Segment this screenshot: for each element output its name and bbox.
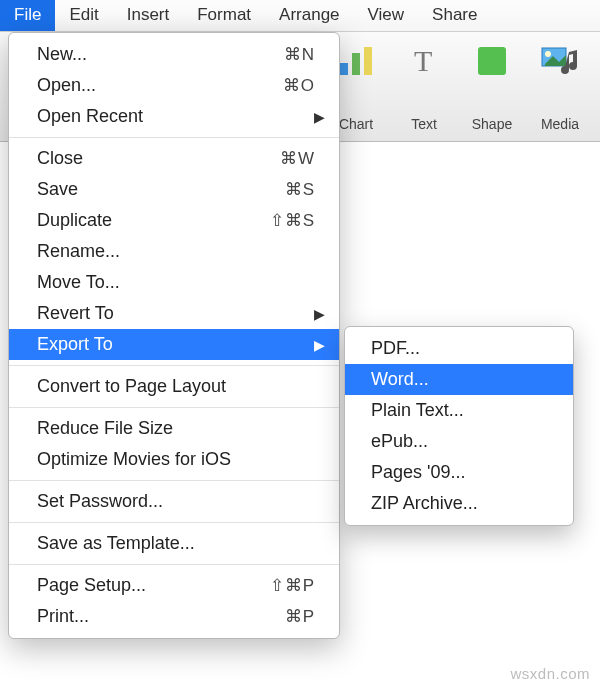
submenu-item-word[interactable]: Word... <box>345 364 573 395</box>
menu-item-save-template[interactable]: Save as Template... <box>9 528 339 559</box>
media-icon <box>539 40 581 82</box>
submenu-item-zip[interactable]: ZIP Archive... <box>345 488 573 519</box>
chevron-right-icon: ▶ <box>314 337 325 353</box>
chevron-right-icon: ▶ <box>314 109 325 125</box>
svg-rect-6 <box>364 47 372 75</box>
menu-item-save[interactable]: Save⌘S <box>9 174 339 205</box>
menu-item-revert-to[interactable]: Revert To▶ <box>9 298 339 329</box>
menu-item-label: Open... <box>37 75 283 96</box>
menu-share[interactable]: Share <box>418 0 491 31</box>
menu-item-page-setup[interactable]: Page Setup...⇧⌘P <box>9 570 339 601</box>
toolbar-shape[interactable]: Shape <box>462 40 522 141</box>
shape-icon <box>471 40 513 82</box>
shortcut: ⌘O <box>283 75 315 96</box>
menu-separator <box>9 564 339 565</box>
menu-item-convert-layout[interactable]: Convert to Page Layout <box>9 371 339 402</box>
menu-item-move-to[interactable]: Move To... <box>9 267 339 298</box>
menu-item-optimize-movies[interactable]: Optimize Movies for iOS <box>9 444 339 475</box>
menu-file[interactable]: File <box>0 0 55 31</box>
menu-item-label: Save <box>37 179 285 200</box>
menu-item-label: Export To <box>37 334 315 355</box>
menubar: File Edit Insert Format Arrange View Sha… <box>0 0 600 32</box>
chart-icon <box>335 40 377 82</box>
menu-item-close[interactable]: Close⌘W <box>9 143 339 174</box>
submenu-item-epub[interactable]: ePub... <box>345 426 573 457</box>
menu-separator <box>9 137 339 138</box>
menu-arrange[interactable]: Arrange <box>265 0 353 31</box>
submenu-item-plaintext[interactable]: Plain Text... <box>345 395 573 426</box>
toolbar-media[interactable]: Media <box>530 40 590 141</box>
menu-separator <box>9 480 339 481</box>
menu-item-label: Open Recent <box>37 106 315 127</box>
shortcut: ⌘S <box>285 179 315 200</box>
menu-separator <box>9 407 339 408</box>
svg-text:T: T <box>414 45 432 77</box>
menu-item-rename[interactable]: Rename... <box>9 236 339 267</box>
submenu-item-label: ZIP Archive... <box>371 493 553 514</box>
menu-item-set-password[interactable]: Set Password... <box>9 486 339 517</box>
svg-rect-4 <box>340 63 348 75</box>
toolbar-label: Chart <box>339 116 373 132</box>
shortcut: ⇧⌘S <box>270 210 315 231</box>
menu-item-label: Close <box>37 148 280 169</box>
menu-item-label: Optimize Movies for iOS <box>37 449 315 470</box>
menu-item-label: Convert to Page Layout <box>37 376 315 397</box>
menu-item-label: Reduce File Size <box>37 418 315 439</box>
menu-view[interactable]: View <box>354 0 419 31</box>
watermark: wsxdn.com <box>510 665 590 682</box>
menu-format[interactable]: Format <box>183 0 265 31</box>
shortcut: ⌘N <box>284 44 315 65</box>
menu-item-label: Save as Template... <box>37 533 315 554</box>
toolbar-label: Text <box>411 116 437 132</box>
svg-rect-8 <box>478 47 506 75</box>
menu-item-reduce-size[interactable]: Reduce File Size <box>9 413 339 444</box>
menu-item-new[interactable]: New...⌘N <box>9 39 339 70</box>
file-menu: New...⌘N Open...⌘O Open Recent▶ Close⌘W … <box>8 32 340 639</box>
menu-item-label: Page Setup... <box>37 575 270 596</box>
text-icon: T <box>403 40 445 82</box>
menu-separator <box>9 365 339 366</box>
menu-item-open[interactable]: Open...⌘O <box>9 70 339 101</box>
menu-item-label: Move To... <box>37 272 315 293</box>
menu-item-label: Rename... <box>37 241 315 262</box>
menu-item-label: New... <box>37 44 284 65</box>
toolbar-label: Shape <box>472 116 512 132</box>
submenu-item-pdf[interactable]: PDF... <box>345 333 573 364</box>
shortcut: ⌘P <box>285 606 315 627</box>
menu-item-print[interactable]: Print...⌘P <box>9 601 339 632</box>
menu-item-label: Duplicate <box>37 210 270 231</box>
menu-item-label: Print... <box>37 606 285 627</box>
menu-insert[interactable]: Insert <box>113 0 184 31</box>
menu-item-open-recent[interactable]: Open Recent▶ <box>9 101 339 132</box>
submenu-item-label: ePub... <box>371 431 553 452</box>
menu-separator <box>9 522 339 523</box>
submenu-item-label: Plain Text... <box>371 400 553 421</box>
submenu-item-label: Word... <box>371 369 553 390</box>
submenu-item-label: PDF... <box>371 338 553 359</box>
shortcut: ⌘W <box>280 148 315 169</box>
svg-rect-5 <box>352 53 360 75</box>
submenu-item-label: Pages '09... <box>371 462 553 483</box>
toolbar-label: Media <box>541 116 579 132</box>
svg-point-10 <box>545 51 551 57</box>
export-submenu: PDF... Word... Plain Text... ePub... Pag… <box>344 326 574 526</box>
menu-edit[interactable]: Edit <box>55 0 112 31</box>
menu-item-label: Set Password... <box>37 491 315 512</box>
menu-item-label: Revert To <box>37 303 315 324</box>
toolbar-text[interactable]: T Text <box>394 40 454 141</box>
chevron-right-icon: ▶ <box>314 306 325 322</box>
submenu-item-pages09[interactable]: Pages '09... <box>345 457 573 488</box>
menu-item-export-to[interactable]: Export To▶ <box>9 329 339 360</box>
shortcut: ⇧⌘P <box>270 575 315 596</box>
menu-item-duplicate[interactable]: Duplicate⇧⌘S <box>9 205 339 236</box>
